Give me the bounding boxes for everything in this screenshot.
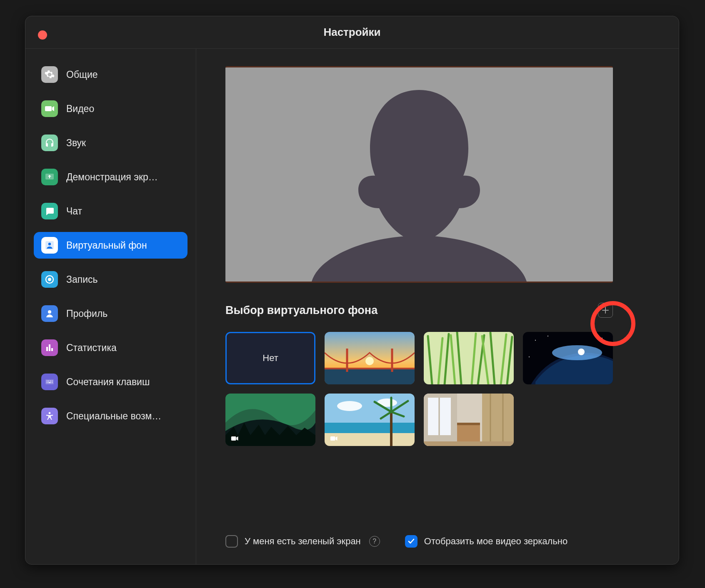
help-icon[interactable]: ? bbox=[369, 536, 380, 547]
svg-rect-53 bbox=[457, 423, 480, 441]
person-square-icon bbox=[41, 237, 58, 254]
background-option-grass[interactable] bbox=[424, 332, 514, 384]
svg-point-7 bbox=[49, 412, 51, 414]
sidebar-item-label: Звук bbox=[66, 137, 86, 149]
sidebar-item-label: Демонстрация экр… bbox=[66, 172, 158, 183]
svg-rect-54 bbox=[457, 423, 480, 425]
svg-point-29 bbox=[578, 349, 585, 355]
sidebar-item-label: Запись bbox=[66, 274, 98, 285]
mirror-label: Отобразить мое видео зеркально bbox=[424, 536, 568, 547]
svg-rect-6 bbox=[45, 379, 54, 384]
section-header: Выбор виртуального фона bbox=[225, 303, 613, 318]
svg-point-30 bbox=[535, 340, 536, 341]
video-preview bbox=[225, 66, 613, 283]
svg-point-33 bbox=[529, 356, 530, 357]
svg-point-4 bbox=[48, 278, 51, 281]
svg-point-2 bbox=[48, 243, 51, 245]
svg-point-31 bbox=[548, 336, 548, 336]
sidebar-item-label: Видео bbox=[66, 103, 94, 115]
svg-rect-14 bbox=[424, 332, 514, 384]
headphones-icon bbox=[41, 135, 58, 151]
background-option-beach[interactable] bbox=[325, 394, 415, 446]
window-close-button[interactable] bbox=[38, 30, 47, 40]
background-option-bridge[interactable] bbox=[325, 332, 415, 384]
background-grid: Нет bbox=[225, 332, 613, 446]
sidebar: ОбщиеВидеоЗвукДемонстрация экр…ЧатВиртуа… bbox=[25, 49, 196, 564]
checkbox-box bbox=[225, 535, 238, 548]
background-none-label: Нет bbox=[262, 353, 278, 364]
gear-icon bbox=[41, 66, 58, 83]
sidebar-item-chat[interactable]: Чат bbox=[34, 198, 188, 224]
sidebar-item-accessibility[interactable]: Специальные возм… bbox=[34, 403, 188, 429]
record-icon bbox=[41, 271, 58, 288]
svg-point-9 bbox=[365, 357, 374, 365]
section-title: Выбор виртуального фона bbox=[225, 304, 598, 317]
sidebar-item-profile[interactable]: Профиль bbox=[34, 300, 188, 327]
sidebar-item-vbg[interactable]: Виртуальный фон bbox=[34, 232, 188, 259]
greenscreen-label: У меня есть зеленый экран bbox=[245, 536, 361, 547]
background-option-aurora[interactable] bbox=[225, 394, 315, 446]
checkbox-box bbox=[405, 535, 418, 548]
video-icon bbox=[230, 434, 240, 443]
greenscreen-checkbox[interactable]: У меня есть зеленый экран ? bbox=[225, 535, 380, 548]
window-body: ОбщиеВидеоЗвукДемонстрация экр…ЧатВиртуа… bbox=[25, 49, 679, 564]
sidebar-item-video[interactable]: Видео bbox=[34, 95, 188, 122]
background-option-room[interactable] bbox=[424, 394, 514, 446]
sidebar-item-label: Специальные возм… bbox=[66, 411, 161, 422]
svg-point-28 bbox=[552, 345, 602, 360]
svg-point-5 bbox=[48, 310, 51, 314]
settings-window: Настройки ОбщиеВидеоЗвукДемонстрация экр… bbox=[25, 16, 679, 565]
accessibility-icon bbox=[41, 408, 58, 424]
svg-rect-35 bbox=[325, 394, 415, 423]
bar-chart-icon bbox=[41, 339, 58, 356]
video-icon bbox=[329, 434, 340, 443]
sidebar-item-stats[interactable]: Статистика bbox=[34, 334, 188, 361]
svg-point-38 bbox=[337, 401, 362, 411]
sidebar-item-label: Чат bbox=[66, 206, 82, 217]
add-background-button[interactable] bbox=[598, 303, 613, 318]
svg-rect-55 bbox=[424, 441, 514, 446]
titlebar: Настройки bbox=[25, 16, 679, 49]
share-screen-icon bbox=[41, 169, 58, 185]
keyboard-icon bbox=[41, 374, 58, 390]
sidebar-item-label: Сочетания клавиш bbox=[66, 376, 150, 388]
svg-rect-10 bbox=[325, 368, 415, 384]
check-icon bbox=[408, 538, 415, 545]
window-title: Настройки bbox=[25, 26, 679, 39]
mirror-checkbox[interactable]: Отобразить мое видео зеркально bbox=[405, 535, 568, 548]
background-option-none[interactable]: Нет bbox=[225, 332, 315, 384]
sidebar-item-label: Статистика bbox=[66, 342, 117, 354]
sidebar-item-label: Профиль bbox=[66, 308, 108, 319]
svg-point-32 bbox=[602, 338, 602, 339]
sidebar-item-general[interactable]: Общие bbox=[34, 61, 188, 88]
avatar-silhouette bbox=[311, 86, 528, 282]
plus-icon bbox=[601, 306, 610, 314]
svg-rect-50 bbox=[482, 394, 514, 446]
sidebar-item-record[interactable]: Запись bbox=[34, 266, 188, 293]
sidebar-item-shortcuts[interactable]: Сочетания клавиш bbox=[34, 369, 188, 395]
content-pane: Выбор виртуального фона Нет У меня есть … bbox=[196, 49, 679, 564]
options-footer: У меня есть зеленый экран ? Отобразить м… bbox=[225, 523, 630, 548]
person-icon bbox=[41, 305, 58, 322]
background-option-earth[interactable] bbox=[523, 332, 613, 384]
sidebar-item-share[interactable]: Демонстрация экр… bbox=[34, 164, 188, 190]
sidebar-item-label: Общие bbox=[66, 69, 98, 80]
sidebar-item-audio[interactable]: Звук bbox=[34, 130, 188, 156]
video-icon bbox=[41, 100, 58, 117]
sidebar-item-label: Виртуальный фон bbox=[66, 240, 147, 251]
chat-icon bbox=[41, 203, 58, 219]
